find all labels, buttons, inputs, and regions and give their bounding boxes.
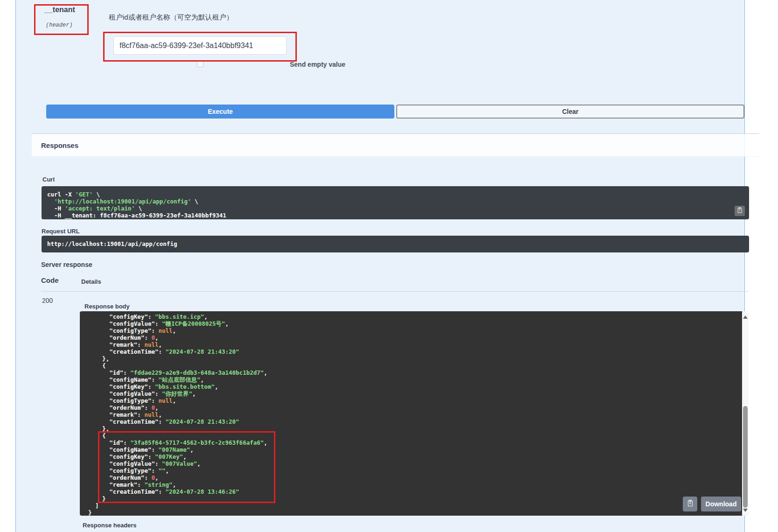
details-column-header: Details <box>81 278 101 285</box>
operation-block: __tenant (header) 租户id或者租户名称（可空为默认租户） Se… <box>15 0 745 532</box>
code-column-header: Code <box>41 276 59 284</box>
server-response-label: Server response <box>41 261 92 268</box>
scrollbar-thumb[interactable] <box>743 406 748 508</box>
swagger-ui-screen: __tenant (header) 租户id或者租户名称（可空为默认租户） Se… <box>0 0 778 532</box>
send-empty-value-checkbox[interactable] <box>197 61 203 67</box>
curl-copy-button[interactable] <box>735 206 745 216</box>
scroll-up-arrow-icon[interactable] <box>743 315 748 319</box>
annotation-box-tenant-input <box>103 32 297 62</box>
clipboard-icon <box>687 499 694 509</box>
curl-label: Curl <box>42 176 55 183</box>
request-url-label: Request URL <box>42 228 80 235</box>
response-copy-button[interactable] <box>683 497 697 511</box>
execute-button[interactable]: Execute <box>46 105 394 119</box>
request-url-value: http://localhost:19001/api/app/config <box>42 236 749 252</box>
responses-title: Responses <box>41 141 78 149</box>
clipboard-icon <box>736 207 743 215</box>
download-button[interactable]: Download <box>701 497 741 511</box>
annotation-box-json-object <box>98 431 275 503</box>
status-code: 200 <box>42 297 53 304</box>
table-divider <box>41 291 749 292</box>
parameter-description: 租户id或者租户名称（可空为默认租户） <box>109 13 233 22</box>
response-headers-label: Response headers <box>83 522 137 529</box>
response-body-label: Response body <box>84 303 130 310</box>
responses-section-header: Responses <box>32 133 759 157</box>
send-empty-value-label: Send empty value <box>290 61 345 68</box>
annotation-box-parameter-name <box>34 4 89 35</box>
scroll-down-arrow-icon[interactable] <box>743 509 748 512</box>
curl-command: curl -X 'GET' \ 'http://localhost:19001/… <box>42 186 749 219</box>
clear-button[interactable]: Clear <box>396 105 744 119</box>
